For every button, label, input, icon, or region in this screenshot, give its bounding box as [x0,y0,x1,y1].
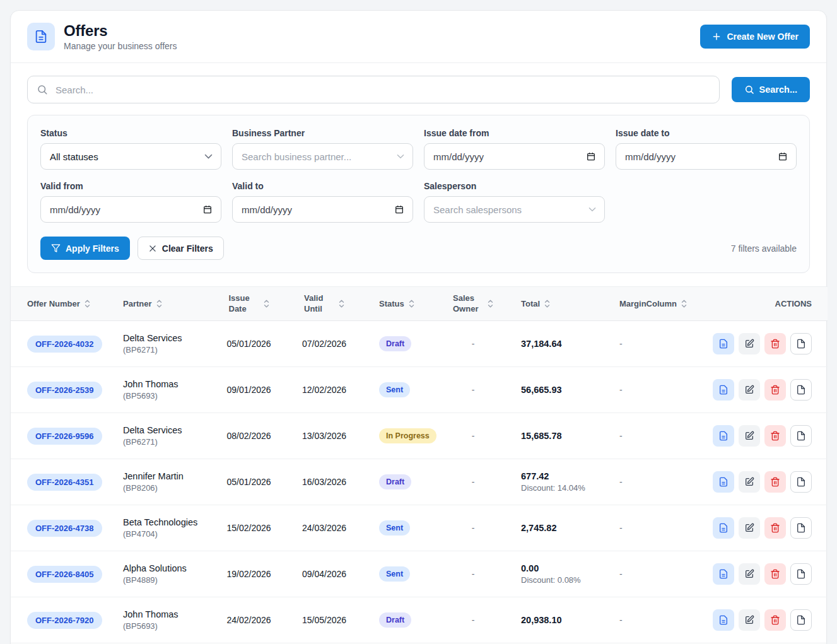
create-new-offer-button[interactable]: Create New Offer [700,25,810,49]
duplicate-offer-button[interactable] [790,517,812,539]
partner-code: (BP8206) [123,483,213,493]
valid-from-filter-label: Valid from [40,181,221,191]
issue-date-to-input[interactable]: mm/dd/yyyy [616,143,797,170]
partner-code: (BP5693) [123,621,213,631]
sort-icon [264,299,269,308]
column-header-partner[interactable]: Partner [123,287,213,321]
view-offer-button[interactable] [713,563,734,585]
sort-icon [339,299,344,308]
delete-offer-button[interactable] [764,471,786,493]
view-offer-button[interactable] [713,333,734,354]
calendar-icon[interactable] [778,151,788,161]
partner-name: Beta Technologies [123,517,213,527]
view-offer-button[interactable] [713,517,734,539]
duplicate-offer-button[interactable] [790,425,812,447]
document-icon [718,523,729,533]
valid-from-placeholder: mm/dd/yyyy [50,204,100,215]
offer-number-badge[interactable]: OFF-2026-2539 [27,382,102,399]
margin-cell: - [619,339,623,349]
calendar-icon[interactable] [586,151,596,161]
delete-offer-button[interactable] [764,609,786,631]
duplicate-offer-button[interactable] [790,471,812,493]
total-amount: 0.00 [521,563,595,573]
edit-offer-button[interactable] [739,609,760,631]
trash-icon [770,523,780,533]
duplicate-offer-button[interactable] [790,563,812,585]
offer-number-badge[interactable]: OFF-2026-8405 [27,566,102,583]
search-input[interactable] [27,76,720,103]
filter-issue-date-to: Issue date to mm/dd/yyyy [616,128,797,170]
status-badge: Draft [379,336,411,351]
issue-date-from-placeholder: mm/dd/yyyy [433,151,484,162]
partner-name: Delta Services [123,425,213,435]
delete-offer-button[interactable] [764,425,786,447]
delete-offer-button[interactable] [764,517,786,539]
offer-row: OFF-2026-4351 Jennifer Martin (BP8206) 0… [11,459,828,505]
issue-date-cell: 09/01/2026 [213,367,285,413]
edit-offer-button[interactable] [739,517,760,539]
view-offer-button[interactable] [713,425,734,447]
document-icon [718,339,729,349]
offer-number-badge[interactable]: OFF-2026-4351 [27,474,102,491]
column-header-total[interactable]: Total [501,287,595,321]
status-badge: Sent [379,382,410,397]
calendar-icon[interactable] [202,204,213,214]
filter-valid-from: Valid from mm/dd/yyyy [40,181,221,223]
edit-icon [744,569,754,579]
document-icon [718,385,729,395]
margin-cell: - [619,385,623,395]
partner-code: (BP5693) [123,391,213,401]
apply-filters-button[interactable]: Apply Filters [40,237,130,260]
offers-card: Offers Manage your business offers Creat… [10,10,827,644]
calendar-icon[interactable] [394,204,404,214]
status-badge: Draft [379,612,411,628]
offer-number-badge[interactable]: OFF-2026-9596 [27,428,102,445]
view-offer-button[interactable] [713,379,734,401]
clear-filters-button[interactable]: Clear Filters [138,237,224,260]
column-header-margin[interactable]: MarginColumn [595,287,696,321]
copy-document-icon [796,523,806,533]
salesperson-select[interactable]: Search salespersons [424,196,605,223]
duplicate-offer-button[interactable] [790,379,812,401]
duplicate-offer-button[interactable] [790,609,812,631]
filter-salesperson: Salesperson Search salespersons [424,181,605,223]
filters-panel: Status All statuses Business Partner Sea… [27,115,810,273]
edit-offer-button[interactable] [739,379,760,401]
valid-from-input[interactable]: mm/dd/yyyy [40,196,221,223]
edit-offer-button[interactable] [739,333,760,354]
offer-number-badge[interactable]: OFF-2026-4738 [27,520,102,537]
column-header-valid-until[interactable]: Valid Until [285,287,363,321]
view-offer-button[interactable] [713,471,734,493]
edit-offer-button[interactable] [739,563,760,585]
offer-number-badge[interactable]: OFF-2026-4032 [27,336,102,353]
column-header-issue-date[interactable]: Issue Date [213,287,285,321]
delete-offer-button[interactable] [764,379,786,401]
edit-offer-button[interactable] [739,471,760,493]
filter-issue-date-from: Issue date from mm/dd/yyyy [424,128,605,170]
sales-owner-cell: - [472,615,475,625]
delete-offer-button[interactable] [764,563,786,585]
offer-number-badge[interactable]: OFF-2026-7920 [27,612,102,629]
margin-cell: - [619,477,623,487]
sales-owner-cell: - [472,569,475,579]
partner-code: (BP6271) [123,437,213,447]
search-button-label: Search... [759,85,797,95]
duplicate-offer-button[interactable] [790,333,812,354]
issue-date-from-input[interactable]: mm/dd/yyyy [424,143,605,170]
status-select[interactable]: All statuses [40,143,221,170]
valid-until-cell: 15/05/2026 [285,597,363,643]
business-partner-select[interactable]: Search business partner... [232,143,413,170]
trash-icon [770,385,780,395]
column-header-offer-number[interactable]: Offer Number [11,287,123,321]
search-button[interactable]: Search... [732,77,810,102]
column-header-status[interactable]: Status [363,287,445,321]
delete-offer-button[interactable] [764,333,786,354]
sales-owner-cell: - [472,523,475,533]
valid-to-input[interactable]: mm/dd/yyyy [232,196,413,223]
view-offer-button[interactable] [713,609,734,631]
sort-icon [85,299,90,308]
edit-offer-button[interactable] [739,425,760,447]
column-header-sales-owner[interactable]: Sales Owner [445,287,501,321]
sort-icon [488,299,493,308]
trash-icon [770,477,780,487]
